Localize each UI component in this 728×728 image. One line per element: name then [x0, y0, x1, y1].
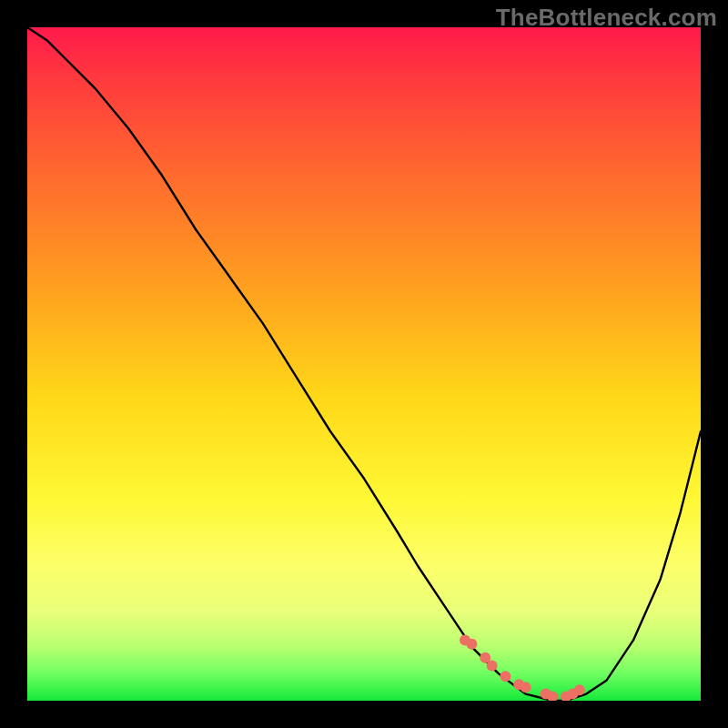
markers-layer [27, 27, 701, 701]
optimal-range-markers [460, 634, 585, 701]
chart-stage: TheBottleneck.com [0, 0, 728, 728]
marker-dot [574, 684, 585, 695]
marker-dot [521, 682, 531, 693]
marker-dot [500, 671, 511, 682]
marker-dot [487, 661, 498, 672]
marker-dot [466, 639, 477, 650]
plot-area [27, 27, 701, 701]
